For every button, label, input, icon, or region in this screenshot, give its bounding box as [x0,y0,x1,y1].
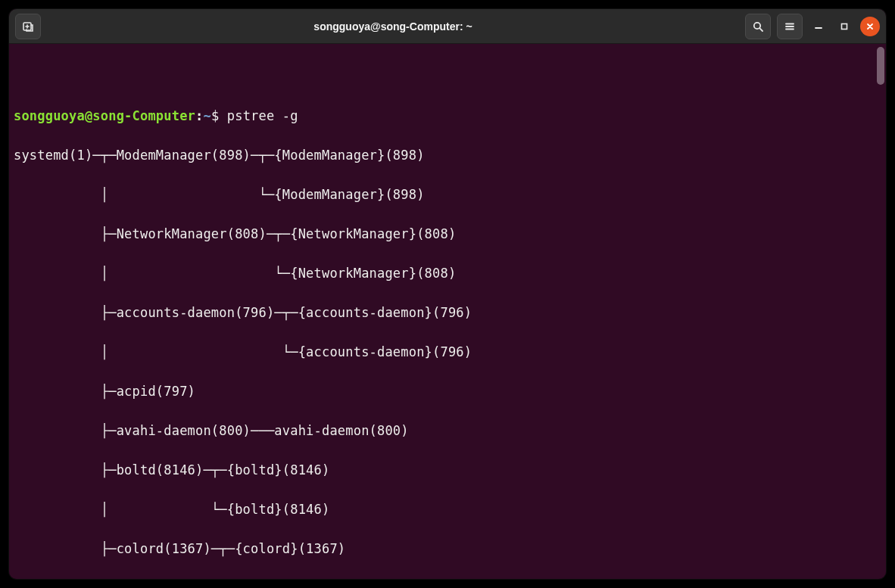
maximize-button[interactable] [834,17,854,36]
output-line: │ └─{NetworkManager}(808) [14,263,881,283]
close-icon [865,22,875,31]
titlebar-left [15,14,41,39]
titlebar: songguoya@song-Computer: ~ [9,9,886,44]
maximize-icon [840,22,849,31]
search-icon [752,20,764,33]
output-line: ├─boltd(8146)─┬─{boltd}(8146) [14,460,881,480]
prompt-symbol: $ [211,108,219,123]
output-line: │ └─{colord}(1367) [14,578,881,579]
prompt-host: song-Computer [92,108,195,123]
minimize-button[interactable] [809,17,828,36]
prompt-at: @ [85,108,92,123]
scrollbar-thumb[interactable] [877,47,884,85]
terminal-viewport[interactable]: songguoya@song-Computer:~$ pstree -g sys… [9,44,886,579]
close-button[interactable] [860,17,880,36]
output-line: ├─accounts-daemon(796)─┬─{accounts-daemo… [14,303,881,322]
output-line: ├─acpid(797) [14,381,881,401]
prompt-command: pstree -g [227,108,298,123]
new-tab-icon [22,20,34,33]
output-line: ├─avahi-daemon(800)───avahi-daemon(800) [14,421,881,440]
new-tab-button[interactable] [15,14,41,39]
prompt-line: songguoya@song-Computer:~$ pstree -g [14,106,881,126]
terminal-window: songguoya@song-Computer: ~ [9,9,886,579]
output-line: systemd(1)─┬─ModemManager(898)─┬─{ModemM… [14,145,881,165]
hamburger-icon [784,20,796,33]
output-line: │ └─{boltd}(8146) [14,499,881,519]
minimize-icon [814,22,823,31]
output-line: │ └─{accounts-daemon}(796) [14,342,881,362]
prompt-user: songguoya [14,108,85,123]
output-line: ├─colord(1367)─┬─{colord}(1367) [14,539,881,558]
output-line: │ └─{ModemManager}(898) [14,185,881,204]
search-button[interactable] [745,14,771,39]
window-title: songguoya@song-Computer: ~ [47,20,739,33]
titlebar-right [745,14,880,39]
menu-button[interactable] [777,14,803,39]
svg-rect-2 [842,23,847,29]
prompt-path: ~ [203,108,210,123]
output-line: ├─NetworkManager(808)─┬─{NetworkManager}… [14,224,881,244]
prompt-colon: : [195,108,203,123]
